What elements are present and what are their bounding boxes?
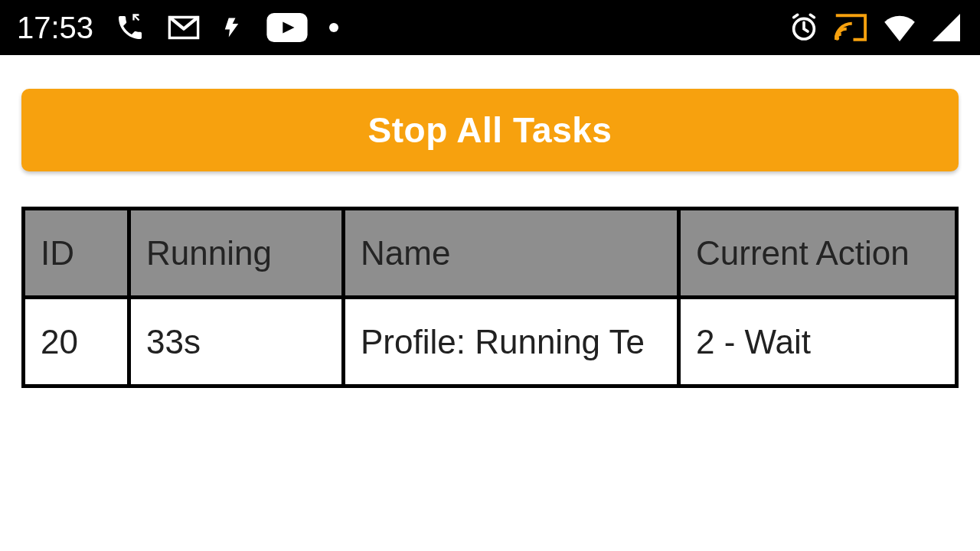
cell-running: 33s [129,298,344,386]
cell-id: 20 [24,298,129,386]
cast-icon [835,14,867,41]
status-bar-left: 17:53 [17,11,338,45]
app-content: Stop All Tasks ID Running Name Current A… [0,55,980,388]
status-bar-right [789,12,960,43]
cell-action: 2 - Wait [679,298,957,386]
stop-all-tasks-button[interactable]: Stop All Tasks [21,89,959,171]
android-status-bar: 17:53 [0,0,980,55]
svg-point-2 [835,36,839,40]
col-header-id: ID [24,209,129,298]
more-notifications-dot [329,23,338,32]
table-header-row: ID Running Name Current Action [24,209,957,298]
youtube-icon [266,13,308,42]
gmail-icon [167,15,201,41]
col-header-action: Current Action [679,209,957,298]
table-row[interactable]: 20 33s Profile: Running Te 2 - Wait [24,298,957,386]
cell-name: Profile: Running Te [344,298,679,386]
tasks-table: ID Running Name Current Action 20 33s Pr… [21,207,959,388]
alarm-icon [789,12,819,43]
missed-call-icon [115,12,145,43]
col-header-name: Name [344,209,679,298]
col-header-running: Running [129,209,344,298]
bolt-icon [222,12,245,43]
wifi-icon [882,14,917,41]
status-time: 17:53 [17,11,93,45]
cell-signal-icon [933,14,960,41]
